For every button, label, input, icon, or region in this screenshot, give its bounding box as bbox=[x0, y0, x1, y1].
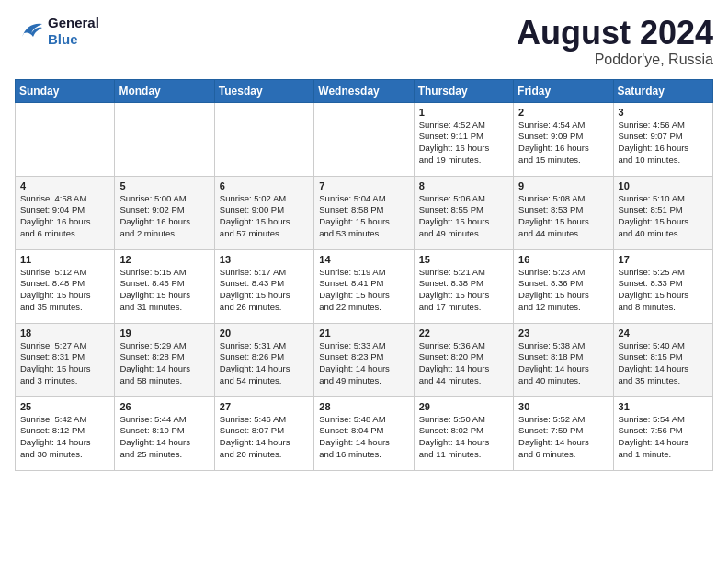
col-friday: Friday bbox=[514, 79, 613, 102]
table-row: 18Sunrise: 5:27 AM Sunset: 8:31 PM Dayli… bbox=[16, 323, 115, 396]
day-number: 23 bbox=[518, 327, 608, 339]
table-row: 14Sunrise: 5:19 AM Sunset: 8:41 PM Dayli… bbox=[314, 249, 414, 323]
table-row: 9Sunrise: 5:08 AM Sunset: 8:53 PM Daylig… bbox=[514, 176, 613, 249]
day-number: 2 bbox=[518, 107, 608, 118]
day-number: 8 bbox=[419, 180, 508, 191]
day-number: 10 bbox=[619, 180, 708, 191]
table-row: 22Sunrise: 5:36 AM Sunset: 8:20 PM Dayli… bbox=[414, 323, 513, 396]
table-row: 10Sunrise: 5:10 AM Sunset: 8:51 PM Dayli… bbox=[613, 176, 712, 249]
day-info: Sunrise: 5:10 AM Sunset: 8:51 PM Dayligh… bbox=[619, 193, 708, 240]
day-info: Sunrise: 5:29 AM Sunset: 8:28 PM Dayligh… bbox=[119, 340, 209, 387]
day-info: Sunrise: 5:12 AM Sunset: 8:48 PM Dayligh… bbox=[20, 267, 109, 314]
day-info: Sunrise: 5:36 AM Sunset: 8:20 PM Dayligh… bbox=[419, 340, 508, 387]
day-info: Sunrise: 5:33 AM Sunset: 8:23 PM Dayligh… bbox=[319, 340, 408, 387]
table-row: 8Sunrise: 5:06 AM Sunset: 8:55 PM Daylig… bbox=[414, 176, 513, 249]
day-number: 27 bbox=[220, 401, 309, 412]
day-number: 24 bbox=[619, 327, 708, 339]
day-info: Sunrise: 4:56 AM Sunset: 9:07 PM Dayligh… bbox=[619, 120, 708, 167]
day-info: Sunrise: 5:25 AM Sunset: 8:33 PM Dayligh… bbox=[619, 267, 708, 314]
table-row: 6Sunrise: 5:02 AM Sunset: 9:00 PM Daylig… bbox=[214, 176, 313, 249]
day-number: 22 bbox=[419, 327, 508, 339]
page-header: General Blue August 2024 Poddor'ye, Russ… bbox=[15, 15, 713, 68]
day-info: Sunrise: 5:02 AM Sunset: 9:00 PM Dayligh… bbox=[220, 193, 309, 240]
col-saturday: Saturday bbox=[613, 79, 712, 102]
title-block: August 2024 Poddor'ye, Russia bbox=[517, 15, 713, 68]
day-number: 9 bbox=[518, 180, 608, 191]
calendar-week-row: 11Sunrise: 5:12 AM Sunset: 8:48 PM Dayli… bbox=[16, 249, 713, 323]
table-row: 26Sunrise: 5:44 AM Sunset: 8:10 PM Dayli… bbox=[115, 396, 214, 470]
logo-icon bbox=[15, 18, 44, 44]
day-info: Sunrise: 5:21 AM Sunset: 8:38 PM Dayligh… bbox=[419, 267, 508, 314]
day-number: 19 bbox=[119, 327, 209, 339]
table-row: 27Sunrise: 5:46 AM Sunset: 8:07 PM Dayli… bbox=[214, 396, 313, 470]
day-info: Sunrise: 5:48 AM Sunset: 8:04 PM Dayligh… bbox=[319, 414, 408, 461]
table-row: 28Sunrise: 5:48 AM Sunset: 8:04 PM Dayli… bbox=[314, 396, 414, 470]
day-number: 13 bbox=[220, 254, 309, 265]
day-info: Sunrise: 4:52 AM Sunset: 9:11 PM Dayligh… bbox=[419, 120, 508, 167]
day-number: 4 bbox=[20, 180, 109, 191]
day-number: 16 bbox=[518, 254, 608, 265]
day-info: Sunrise: 5:17 AM Sunset: 8:43 PM Dayligh… bbox=[220, 267, 309, 314]
day-info: Sunrise: 5:54 AM Sunset: 7:56 PM Dayligh… bbox=[619, 414, 708, 461]
table-row: 20Sunrise: 5:31 AM Sunset: 8:26 PM Dayli… bbox=[214, 323, 313, 396]
day-number: 11 bbox=[20, 254, 109, 265]
day-number: 31 bbox=[619, 401, 708, 412]
day-number: 6 bbox=[220, 180, 309, 191]
day-number: 18 bbox=[20, 327, 109, 339]
table-row: 2Sunrise: 4:54 AM Sunset: 9:09 PM Daylig… bbox=[514, 102, 613, 176]
day-number: 21 bbox=[319, 327, 408, 339]
table-row bbox=[16, 102, 115, 176]
day-info: Sunrise: 5:19 AM Sunset: 8:41 PM Dayligh… bbox=[319, 267, 408, 314]
day-number: 26 bbox=[119, 401, 209, 412]
table-row: 23Sunrise: 5:38 AM Sunset: 8:18 PM Dayli… bbox=[514, 323, 613, 396]
day-info: Sunrise: 5:38 AM Sunset: 8:18 PM Dayligh… bbox=[518, 340, 608, 387]
col-thursday: Thursday bbox=[414, 79, 513, 102]
day-info: Sunrise: 5:50 AM Sunset: 8:02 PM Dayligh… bbox=[419, 414, 508, 461]
day-info: Sunrise: 5:42 AM Sunset: 8:12 PM Dayligh… bbox=[20, 414, 109, 461]
col-sunday: Sunday bbox=[16, 79, 115, 102]
day-number: 5 bbox=[119, 180, 209, 191]
day-number: 30 bbox=[518, 401, 608, 412]
day-number: 25 bbox=[20, 401, 109, 412]
day-info: Sunrise: 5:46 AM Sunset: 8:07 PM Dayligh… bbox=[220, 414, 309, 461]
day-number: 17 bbox=[619, 254, 708, 265]
day-number: 15 bbox=[419, 254, 508, 265]
table-row: 5Sunrise: 5:00 AM Sunset: 9:02 PM Daylig… bbox=[115, 176, 214, 249]
calendar-week-row: 18Sunrise: 5:27 AM Sunset: 8:31 PM Dayli… bbox=[16, 323, 713, 396]
table-row: 16Sunrise: 5:23 AM Sunset: 8:36 PM Dayli… bbox=[514, 249, 613, 323]
day-number: 29 bbox=[419, 401, 508, 412]
table-row: 15Sunrise: 5:21 AM Sunset: 8:38 PM Dayli… bbox=[414, 249, 513, 323]
table-row: 7Sunrise: 5:04 AM Sunset: 8:58 PM Daylig… bbox=[314, 176, 414, 249]
day-info: Sunrise: 5:52 AM Sunset: 7:59 PM Dayligh… bbox=[518, 414, 608, 461]
day-info: Sunrise: 4:58 AM Sunset: 9:04 PM Dayligh… bbox=[20, 193, 109, 240]
table-row: 21Sunrise: 5:33 AM Sunset: 8:23 PM Dayli… bbox=[314, 323, 414, 396]
day-info: Sunrise: 5:40 AM Sunset: 8:15 PM Dayligh… bbox=[619, 340, 708, 387]
day-info: Sunrise: 5:06 AM Sunset: 8:55 PM Dayligh… bbox=[419, 193, 508, 240]
day-info: Sunrise: 5:44 AM Sunset: 8:10 PM Dayligh… bbox=[119, 414, 209, 461]
table-row: 19Sunrise: 5:29 AM Sunset: 8:28 PM Dayli… bbox=[115, 323, 214, 396]
location-subtitle: Poddor'ye, Russia bbox=[517, 52, 713, 68]
logo-text: General Blue bbox=[48, 15, 99, 48]
day-number: 12 bbox=[119, 254, 209, 265]
calendar-table: Sunday Monday Tuesday Wednesday Thursday… bbox=[15, 79, 713, 471]
day-info: Sunrise: 5:27 AM Sunset: 8:31 PM Dayligh… bbox=[20, 340, 109, 387]
table-row: 30Sunrise: 5:52 AM Sunset: 7:59 PM Dayli… bbox=[514, 396, 613, 470]
logo: General Blue bbox=[15, 15, 99, 48]
day-number: 14 bbox=[319, 254, 408, 265]
table-row: 4Sunrise: 4:58 AM Sunset: 9:04 PM Daylig… bbox=[16, 176, 115, 249]
day-info: Sunrise: 4:54 AM Sunset: 9:09 PM Dayligh… bbox=[518, 120, 608, 167]
table-row bbox=[314, 102, 414, 176]
table-row bbox=[115, 102, 214, 176]
table-row: 31Sunrise: 5:54 AM Sunset: 7:56 PM Dayli… bbox=[613, 396, 712, 470]
table-row: 3Sunrise: 4:56 AM Sunset: 9:07 PM Daylig… bbox=[613, 102, 712, 176]
day-info: Sunrise: 5:23 AM Sunset: 8:36 PM Dayligh… bbox=[518, 267, 608, 314]
table-row: 29Sunrise: 5:50 AM Sunset: 8:02 PM Dayli… bbox=[414, 396, 513, 470]
table-row: 12Sunrise: 5:15 AM Sunset: 8:46 PM Dayli… bbox=[115, 249, 214, 323]
month-year-title: August 2024 bbox=[517, 15, 713, 52]
table-row: 1Sunrise: 4:52 AM Sunset: 9:11 PM Daylig… bbox=[414, 102, 513, 176]
day-number: 7 bbox=[319, 180, 408, 191]
day-info: Sunrise: 5:31 AM Sunset: 8:26 PM Dayligh… bbox=[220, 340, 309, 387]
calendar-header-row: Sunday Monday Tuesday Wednesday Thursday… bbox=[16, 79, 713, 102]
day-info: Sunrise: 5:00 AM Sunset: 9:02 PM Dayligh… bbox=[119, 193, 209, 240]
day-number: 3 bbox=[619, 107, 708, 118]
